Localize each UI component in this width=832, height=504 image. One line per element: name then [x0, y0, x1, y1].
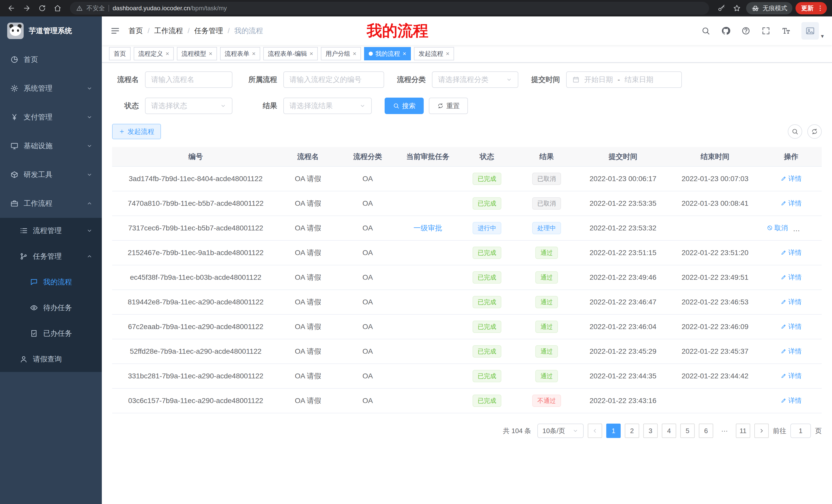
browser-reload-button[interactable]	[36, 2, 48, 15]
sidebar-item-todo-tasks[interactable]: 待办任务	[0, 295, 102, 320]
help-icon[interactable]	[741, 26, 751, 35]
submit-time-range-picker[interactable]: 开始日期 - 结束日期	[566, 72, 682, 88]
avatar	[801, 22, 819, 39]
detail-link[interactable]: 详情	[781, 248, 802, 257]
address-bar[interactable]: 不安全 dashboard.yudao.iocoder.cn/bpm/task/…	[70, 2, 709, 15]
cell-name: OA 请假	[279, 339, 337, 364]
prev-page-button[interactable]	[588, 424, 602, 438]
reset-button[interactable]: 重置	[429, 97, 468, 114]
page-button-6[interactable]: 6	[699, 424, 713, 438]
browser-back-button[interactable]	[5, 2, 18, 15]
cell-submit-time: 2022-01-22 23:51:15	[576, 241, 670, 265]
sidebar-item-system[interactable]: 系统管理	[0, 74, 102, 103]
cell-id: 52ffd28e-7b9a-11ec-a290-acde48001122	[112, 339, 279, 364]
category-select[interactable]: 请选择流程分类	[432, 72, 518, 88]
detail-link[interactable]: 详情	[781, 371, 802, 381]
sidebar-item-task-mgmt[interactable]: 任务管理	[0, 244, 102, 269]
detail-link[interactable]: 详情	[781, 273, 802, 282]
sidebar-item-my-process[interactable]: 我的流程	[0, 269, 102, 295]
task-link[interactable]: 一级审批	[413, 224, 442, 232]
detail-link[interactable]: 详情	[781, 396, 802, 405]
eye-icon	[30, 304, 38, 312]
next-page-button[interactable]	[754, 424, 769, 438]
github-icon[interactable]	[721, 26, 730, 35]
more-pages-button[interactable]: ···	[717, 424, 732, 438]
fullscreen-icon[interactable]	[761, 26, 771, 35]
sidebar-item-workflow[interactable]: 工作流程	[0, 189, 102, 218]
user-avatar-menu[interactable]: ▾	[801, 22, 824, 39]
omnibox-divider	[108, 5, 109, 11]
incognito-icon	[751, 4, 759, 12]
cell-id: 2152467e-7b9b-11ec-9a1b-acde48001122	[112, 241, 279, 265]
cancel-link[interactable]: 取消	[767, 223, 788, 232]
tab-process-model[interactable]: 流程模型×	[177, 47, 217, 60]
detail-link[interactable]: 详情	[796, 223, 817, 232]
date-end-placeholder[interactable]: 结束日期	[625, 75, 653, 85]
cell-end-time: 2022-01-22 23:44:42	[670, 364, 760, 388]
page-button-4[interactable]: 4	[662, 424, 676, 438]
hamburger-icon[interactable]	[110, 26, 120, 36]
font-size-icon[interactable]	[781, 26, 790, 35]
result-select[interactable]: 请选择流结果	[283, 97, 372, 114]
sidebar-item-home[interactable]: 首页	[0, 45, 102, 74]
goto-page-input[interactable]	[790, 424, 811, 438]
page-button-1[interactable]: 1	[606, 424, 621, 438]
browser-forward-button[interactable]	[21, 2, 33, 15]
page-button-2[interactable]: 2	[625, 424, 639, 438]
start-process-button[interactable]: 发起流程	[112, 124, 161, 139]
tab-home[interactable]: 首页	[109, 47, 131, 60]
password-key-icon[interactable]	[715, 2, 728, 15]
detail-link[interactable]: 详情	[781, 347, 802, 356]
detail-link[interactable]: 详情	[781, 199, 802, 208]
toggle-search-button[interactable]	[788, 124, 802, 139]
header-search-icon[interactable]	[701, 26, 710, 35]
tab-close-icon[interactable]: ×	[310, 51, 313, 57]
process-name-input[interactable]	[145, 72, 232, 88]
sidebar-item-done-tasks[interactable]: 已办任务	[0, 320, 102, 346]
sidebar-item-leave-query[interactable]: 请假查询	[0, 346, 102, 372]
tab-my-process[interactable]: 我的流程×	[364, 47, 411, 60]
page-size-select[interactable]: 10条/页	[537, 424, 583, 438]
breadcrumb-item-home[interactable]: 首页	[129, 26, 143, 36]
sidebar-item-infra[interactable]: 基础设施	[0, 132, 102, 160]
tab-start-process[interactable]: 发起流程×	[414, 47, 454, 60]
date-start-placeholder[interactable]: 开始日期	[584, 75, 613, 85]
tab-process-form-edit[interactable]: 流程表单-编辑×	[263, 47, 318, 60]
tab-close-icon[interactable]: ×	[209, 51, 212, 57]
page-content: 流程名 所属流程 流程分类 请选择流程分类 提交时间	[102, 63, 832, 438]
search-button[interactable]: 搜索	[385, 97, 424, 114]
tab-process-form[interactable]: 流程表单×	[220, 47, 260, 60]
security-label[interactable]: 不安全	[86, 4, 105, 12]
process-definition-input[interactable]	[283, 72, 384, 88]
browser-home-button[interactable]	[51, 2, 64, 15]
browser-update-button[interactable]: 更新	[796, 2, 827, 15]
breadcrumb-item-task-mgmt[interactable]: 任务管理	[194, 26, 223, 36]
browser-menu-icon[interactable]	[816, 5, 824, 12]
process-name-label: 流程名	[112, 75, 139, 85]
cell-actions: 取消 详情	[760, 339, 822, 364]
status-select[interactable]: 请选择状态	[145, 97, 232, 114]
tab-close-icon[interactable]: ×	[402, 51, 406, 57]
sidebar-item-process-mgmt[interactable]: 流程管理	[0, 218, 102, 244]
chat-bubble-icon	[30, 278, 38, 286]
tab-close-icon[interactable]: ×	[353, 51, 356, 57]
bookmark-star-icon[interactable]	[731, 2, 743, 15]
page-button-3[interactable]: 3	[643, 424, 658, 438]
detail-link[interactable]: 详情	[781, 298, 802, 306]
page-button-11[interactable]: 11	[736, 424, 750, 438]
tab-close-icon[interactable]: ×	[252, 51, 256, 57]
chevron-down-icon	[86, 172, 93, 178]
page-button-5[interactable]: 5	[680, 424, 695, 438]
tab-user-group[interactable]: 用户分组×	[321, 47, 361, 60]
detail-link[interactable]: 详情	[781, 174, 802, 183]
refresh-table-button[interactable]	[807, 124, 822, 139]
cell-id: 3ad174fb-7b9d-11ec-8404-acde48001122	[112, 166, 279, 191]
cell-actions: 取消 详情	[760, 364, 822, 388]
sidebar-item-payment[interactable]: 支付管理	[0, 103, 102, 132]
tab-process-definition[interactable]: 流程定义×	[134, 47, 174, 60]
sidebar-item-devtools[interactable]: 研发工具	[0, 160, 102, 189]
tab-close-icon[interactable]: ×	[165, 51, 169, 57]
detail-link[interactable]: 详情	[781, 322, 802, 331]
breadcrumb-item-workflow[interactable]: 工作流程	[154, 26, 183, 36]
tab-close-icon[interactable]: ×	[446, 51, 449, 57]
